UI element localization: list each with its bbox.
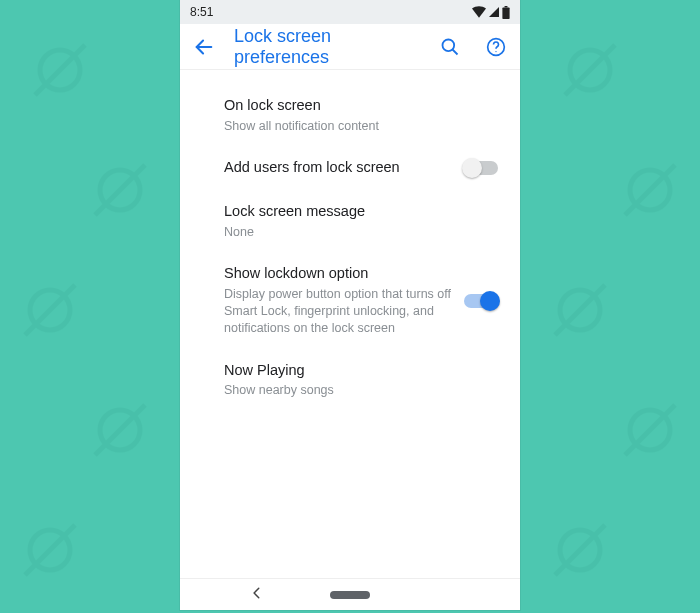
svg-line-15 <box>555 285 605 335</box>
svg-line-17 <box>625 405 675 455</box>
svg-line-9 <box>25 525 75 575</box>
svg-point-12 <box>630 170 670 210</box>
svg-point-14 <box>560 290 600 330</box>
battery-icon <box>502 6 510 19</box>
status-bar: 8:51 <box>180 0 520 24</box>
switch-thumb <box>462 158 482 178</box>
svg-rect-20 <box>502 7 509 19</box>
svg-point-10 <box>570 50 610 90</box>
status-time: 8:51 <box>190 5 213 19</box>
nav-home-pill[interactable] <box>330 591 370 599</box>
cell-signal-icon <box>488 6 500 18</box>
setting-title: Lock screen message <box>224 202 498 222</box>
svg-line-11 <box>565 45 615 95</box>
navigation-bar <box>180 578 520 610</box>
svg-point-16 <box>630 410 670 450</box>
svg-line-13 <box>625 165 675 215</box>
svg-point-2 <box>100 170 140 210</box>
back-button[interactable] <box>188 31 220 63</box>
help-button[interactable] <box>480 31 512 63</box>
setting-title: Now Playing <box>224 361 498 381</box>
svg-point-0 <box>40 50 80 90</box>
setting-subtitle: Show nearby songs <box>224 382 454 399</box>
svg-line-5 <box>25 285 75 335</box>
setting-lock-screen-message[interactable]: Lock screen message None <box>180 190 520 252</box>
svg-point-26 <box>495 50 496 51</box>
setting-show-lockdown[interactable]: Show lockdown option Display power butto… <box>180 252 520 348</box>
svg-line-19 <box>555 525 605 575</box>
setting-on-lock-screen[interactable]: On lock screen Show all notification con… <box>180 84 520 146</box>
chevron-left-icon <box>250 586 264 600</box>
setting-subtitle: Display power button option that turns o… <box>224 286 452 337</box>
svg-point-6 <box>100 410 140 450</box>
svg-line-3 <box>95 165 145 215</box>
svg-rect-21 <box>505 6 508 7</box>
svg-line-7 <box>95 405 145 455</box>
settings-list: On lock screen Show all notification con… <box>180 70 520 578</box>
app-bar: Lock screen preferences <box>180 24 520 70</box>
svg-point-23 <box>443 39 455 51</box>
setting-now-playing[interactable]: Now Playing Show nearby songs <box>180 349 520 411</box>
svg-point-18 <box>560 530 600 570</box>
setting-add-users[interactable]: Add users from lock screen <box>180 146 520 190</box>
svg-point-4 <box>30 290 70 330</box>
page-title: Lock screen preferences <box>234 26 420 68</box>
setting-subtitle: None <box>224 224 454 241</box>
setting-title: Add users from lock screen <box>224 158 452 178</box>
setting-title: Show lockdown option <box>224 264 452 284</box>
setting-subtitle: Show all notification content <box>224 118 454 135</box>
status-indicators <box>472 6 510 19</box>
phone-frame: 8:51 Lock screen preferences On lock scr… <box>180 0 520 610</box>
svg-point-8 <box>30 530 70 570</box>
help-icon <box>486 37 506 57</box>
svg-line-24 <box>453 49 458 54</box>
wifi-icon <box>472 6 486 18</box>
search-icon <box>440 37 460 57</box>
add-users-switch[interactable] <box>464 161 498 175</box>
nav-back-button[interactable] <box>250 586 264 604</box>
svg-line-1 <box>35 45 85 95</box>
setting-title: On lock screen <box>224 96 498 116</box>
show-lockdown-switch[interactable] <box>464 294 498 308</box>
search-button[interactable] <box>434 31 466 63</box>
arrow-back-icon <box>193 36 215 58</box>
switch-thumb <box>480 291 500 311</box>
